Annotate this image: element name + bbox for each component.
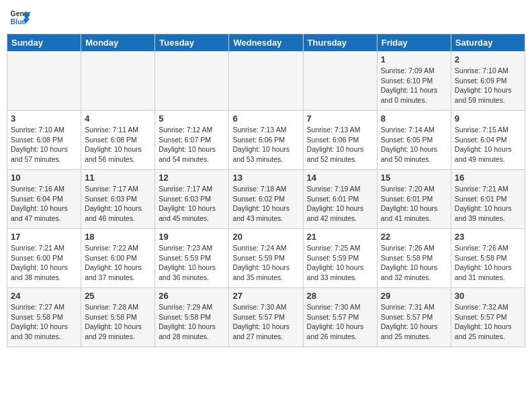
- calendar-cell: [229, 52, 303, 111]
- weekday-header-monday: Monday: [81, 34, 155, 52]
- day-number: 15: [381, 173, 447, 183]
- day-info: Sunrise: 7:21 AM Sunset: 6:00 PM Dayligh…: [11, 243, 77, 283]
- day-info: Sunrise: 7:20 AM Sunset: 6:01 PM Dayligh…: [381, 184, 447, 224]
- calendar-cell: 13Sunrise: 7:18 AM Sunset: 6:02 PM Dayli…: [229, 170, 303, 229]
- day-info: Sunrise: 7:17 AM Sunset: 6:03 PM Dayligh…: [159, 184, 225, 224]
- calendar-cell: 22Sunrise: 7:26 AM Sunset: 5:58 PM Dayli…: [377, 229, 451, 288]
- calendar-cell: 15Sunrise: 7:20 AM Sunset: 6:01 PM Dayli…: [377, 170, 451, 229]
- day-info: Sunrise: 7:26 AM Sunset: 5:58 PM Dayligh…: [455, 243, 521, 283]
- day-info: Sunrise: 7:32 AM Sunset: 5:57 PM Dayligh…: [455, 302, 521, 342]
- day-info: Sunrise: 7:16 AM Sunset: 6:04 PM Dayligh…: [11, 184, 77, 224]
- calendar-cell: 10Sunrise: 7:16 AM Sunset: 6:04 PM Dayli…: [7, 170, 81, 229]
- calendar-cell: 26Sunrise: 7:29 AM Sunset: 5:58 PM Dayli…: [155, 288, 229, 347]
- day-number: 5: [159, 113, 225, 124]
- day-info: Sunrise: 7:22 AM Sunset: 6:00 PM Dayligh…: [85, 243, 151, 283]
- day-number: 29: [381, 291, 447, 301]
- weekday-header-sunday: Sunday: [7, 34, 81, 52]
- calendar-cell: 17Sunrise: 7:21 AM Sunset: 6:00 PM Dayli…: [7, 229, 81, 288]
- day-info: Sunrise: 7:25 AM Sunset: 5:59 PM Dayligh…: [307, 243, 373, 283]
- logo-icon: General Blue: [9, 7, 31, 28]
- calendar-cell: 16Sunrise: 7:21 AM Sunset: 6:01 PM Dayli…: [451, 170, 525, 229]
- calendar-cell: 5Sunrise: 7:12 AM Sunset: 6:07 PM Daylig…: [155, 111, 229, 170]
- day-info: Sunrise: 7:26 AM Sunset: 5:58 PM Dayligh…: [381, 243, 447, 283]
- weekday-header-thursday: Thursday: [303, 34, 377, 52]
- calendar-cell: 19Sunrise: 7:23 AM Sunset: 5:59 PM Dayli…: [155, 229, 229, 288]
- calendar-cell: 2Sunrise: 7:10 AM Sunset: 6:09 PM Daylig…: [451, 52, 525, 111]
- weekday-header-friday: Friday: [377, 34, 451, 52]
- day-info: Sunrise: 7:24 AM Sunset: 5:59 PM Dayligh…: [232, 243, 299, 283]
- calendar-week-5: 24Sunrise: 7:27 AM Sunset: 5:58 PM Dayli…: [7, 288, 525, 347]
- day-number: 9: [455, 113, 521, 124]
- calendar-cell: 30Sunrise: 7:32 AM Sunset: 5:57 PM Dayli…: [451, 288, 525, 347]
- calendar-cell: [81, 52, 155, 111]
- day-number: 23: [455, 232, 521, 242]
- day-number: 22: [381, 232, 447, 242]
- day-number: 10: [11, 173, 77, 183]
- day-number: 28: [307, 291, 373, 301]
- day-number: 11: [85, 173, 151, 183]
- day-number: 24: [11, 291, 77, 301]
- day-number: 12: [159, 173, 225, 183]
- calendar-cell: 11Sunrise: 7:17 AM Sunset: 6:03 PM Dayli…: [81, 170, 155, 229]
- day-number: 14: [307, 173, 373, 183]
- day-info: Sunrise: 7:13 AM Sunset: 6:06 PM Dayligh…: [307, 125, 373, 165]
- calendar-week-2: 3Sunrise: 7:10 AM Sunset: 6:08 PM Daylig…: [7, 111, 525, 170]
- day-number: 13: [232, 173, 299, 183]
- calendar-cell: [155, 52, 229, 111]
- calendar-cell: 4Sunrise: 7:11 AM Sunset: 6:08 PM Daylig…: [81, 111, 155, 170]
- calendar-cell: 28Sunrise: 7:30 AM Sunset: 5:57 PM Dayli…: [303, 288, 377, 347]
- day-info: Sunrise: 7:30 AM Sunset: 5:57 PM Dayligh…: [232, 302, 299, 342]
- day-number: 18: [85, 232, 151, 242]
- day-number: 4: [85, 113, 151, 124]
- calendar-cell: 1Sunrise: 7:09 AM Sunset: 6:10 PM Daylig…: [377, 52, 451, 111]
- day-number: 26: [159, 291, 225, 301]
- calendar-cell: 21Sunrise: 7:25 AM Sunset: 5:59 PM Dayli…: [303, 229, 377, 288]
- calendar-cell: 20Sunrise: 7:24 AM Sunset: 5:59 PM Dayli…: [229, 229, 303, 288]
- day-info: Sunrise: 7:11 AM Sunset: 6:08 PM Dayligh…: [85, 125, 151, 165]
- day-number: 20: [232, 232, 299, 242]
- day-number: 16: [455, 173, 521, 183]
- day-info: Sunrise: 7:14 AM Sunset: 6:05 PM Dayligh…: [381, 125, 447, 165]
- calendar-cell: 29Sunrise: 7:31 AM Sunset: 5:57 PM Dayli…: [377, 288, 451, 347]
- weekday-header-saturday: Saturday: [451, 34, 525, 52]
- day-number: 27: [232, 291, 299, 301]
- day-info: Sunrise: 7:30 AM Sunset: 5:57 PM Dayligh…: [307, 302, 373, 342]
- calendar-table: SundayMondayTuesdayWednesdayThursdayFrid…: [7, 34, 525, 347]
- calendar-cell: 14Sunrise: 7:19 AM Sunset: 6:01 PM Dayli…: [303, 170, 377, 229]
- calendar-week-3: 10Sunrise: 7:16 AM Sunset: 6:04 PM Dayli…: [7, 170, 525, 229]
- day-number: 1: [381, 54, 447, 64]
- day-number: 3: [11, 113, 77, 124]
- day-number: 6: [232, 113, 299, 124]
- day-number: 25: [85, 291, 151, 301]
- calendar-cell: [7, 52, 81, 111]
- day-number: 17: [11, 232, 77, 242]
- day-info: Sunrise: 7:09 AM Sunset: 6:10 PM Dayligh…: [381, 66, 447, 105]
- day-number: 30: [455, 291, 521, 301]
- calendar-week-4: 17Sunrise: 7:21 AM Sunset: 6:00 PM Dayli…: [7, 229, 525, 288]
- day-info: Sunrise: 7:31 AM Sunset: 5:57 PM Dayligh…: [381, 302, 447, 342]
- day-info: Sunrise: 7:19 AM Sunset: 6:01 PM Dayligh…: [307, 184, 373, 224]
- day-number: 8: [381, 113, 447, 124]
- calendar-cell: 24Sunrise: 7:27 AM Sunset: 5:58 PM Dayli…: [7, 288, 81, 347]
- day-number: 2: [455, 54, 521, 64]
- calendar-cell: 18Sunrise: 7:22 AM Sunset: 6:00 PM Dayli…: [81, 229, 155, 288]
- day-info: Sunrise: 7:21 AM Sunset: 6:01 PM Dayligh…: [455, 184, 521, 224]
- weekday-header-row: SundayMondayTuesdayWednesdayThursdayFrid…: [7, 34, 525, 52]
- day-info: Sunrise: 7:18 AM Sunset: 6:02 PM Dayligh…: [232, 184, 299, 224]
- calendar-cell: 3Sunrise: 7:10 AM Sunset: 6:08 PM Daylig…: [7, 111, 81, 170]
- calendar-cell: 12Sunrise: 7:17 AM Sunset: 6:03 PM Dayli…: [155, 170, 229, 229]
- day-number: 19: [159, 232, 225, 242]
- day-number: 7: [307, 113, 373, 124]
- page-header: General Blue: [7, 7, 525, 28]
- calendar-cell: 25Sunrise: 7:28 AM Sunset: 5:58 PM Dayli…: [81, 288, 155, 347]
- day-info: Sunrise: 7:10 AM Sunset: 6:09 PM Dayligh…: [455, 66, 521, 105]
- calendar-cell: 8Sunrise: 7:14 AM Sunset: 6:05 PM Daylig…: [377, 111, 451, 170]
- calendar-cell: 23Sunrise: 7:26 AM Sunset: 5:58 PM Dayli…: [451, 229, 525, 288]
- day-info: Sunrise: 7:28 AM Sunset: 5:58 PM Dayligh…: [85, 302, 151, 342]
- day-info: Sunrise: 7:17 AM Sunset: 6:03 PM Dayligh…: [85, 184, 151, 224]
- day-info: Sunrise: 7:10 AM Sunset: 6:08 PM Dayligh…: [11, 125, 77, 165]
- day-info: Sunrise: 7:23 AM Sunset: 5:59 PM Dayligh…: [159, 243, 225, 283]
- calendar-cell: [303, 52, 377, 111]
- day-info: Sunrise: 7:27 AM Sunset: 5:58 PM Dayligh…: [11, 302, 77, 342]
- weekday-header-wednesday: Wednesday: [229, 34, 303, 52]
